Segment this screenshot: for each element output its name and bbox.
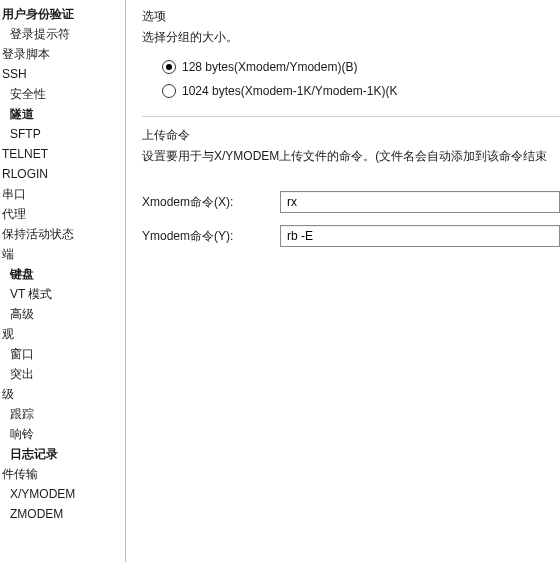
tree-item[interactable]: X/YMODEM — [2, 484, 123, 504]
tree-item[interactable]: VT 模式 — [2, 284, 123, 304]
radio-icon[interactable] — [162, 60, 176, 74]
xmodem-command-input[interactable] — [280, 191, 560, 213]
tree-item[interactable]: 隧道 — [2, 104, 123, 124]
tree-item[interactable]: 响铃 — [2, 424, 123, 444]
section-divider — [142, 116, 560, 117]
options-section-desc: 选择分组的大小。 — [142, 29, 560, 46]
radio-icon[interactable] — [162, 84, 176, 98]
radio-label: 1024 bytes(Xmodem-1K/Ymodem-1K)(K — [182, 84, 397, 98]
main-panel: 选项 选择分组的大小。 128 bytes(Xmodem/Ymodem)(B)1… — [126, 0, 560, 562]
tree-item[interactable]: 端 — [2, 244, 123, 264]
tree-item[interactable]: RLOGIN — [2, 164, 123, 184]
tree-item[interactable]: TELNET — [2, 144, 123, 164]
ymodem-command-label: Ymodem命令(Y): — [142, 228, 280, 245]
options-section-title: 选项 — [142, 8, 560, 25]
tree-item[interactable]: 串口 — [2, 184, 123, 204]
packet-size-radio[interactable]: 1024 bytes(Xmodem-1K/Ymodem-1K)(K — [162, 84, 560, 98]
tree-item[interactable]: 高级 — [2, 304, 123, 324]
tree-item[interactable]: 安全性 — [2, 84, 123, 104]
tree-item[interactable]: 级 — [2, 384, 123, 404]
tree-item[interactable]: 用户身份验证 — [2, 4, 123, 24]
tree-item[interactable]: 日志记录 — [2, 444, 123, 464]
packet-size-radio-group: 128 bytes(Xmodem/Ymodem)(B)1024 bytes(Xm… — [162, 60, 560, 98]
tree-item[interactable]: 登录脚本 — [2, 44, 123, 64]
tree-item[interactable]: SFTP — [2, 124, 123, 144]
xmodem-command-label: Xmodem命令(X): — [142, 194, 280, 211]
tree-item[interactable]: 窗口 — [2, 344, 123, 364]
upload-section-title: 上传命令 — [142, 127, 560, 144]
tree-item[interactable]: 跟踪 — [2, 404, 123, 424]
packet-size-radio[interactable]: 128 bytes(Xmodem/Ymodem)(B) — [162, 60, 560, 74]
tree-item[interactable]: 观 — [2, 324, 123, 344]
tree-item[interactable]: 保持活动状态 — [2, 224, 123, 244]
tree-item[interactable]: 键盘 — [2, 264, 123, 284]
radio-label: 128 bytes(Xmodem/Ymodem)(B) — [182, 60, 357, 74]
ymodem-command-input[interactable] — [280, 225, 560, 247]
tree-item[interactable]: ZMODEM — [2, 504, 123, 524]
tree-item[interactable]: 件传输 — [2, 464, 123, 484]
upload-section-desc: 设置要用于与X/YMODEM上传文件的命令。(文件名会自动添加到该命令结束 — [142, 148, 560, 165]
tree-item[interactable]: SSH — [2, 64, 123, 84]
settings-tree[interactable]: 用户身份验证登录提示符登录脚本SSH安全性隧道SFTPTELNETRLOGIN串… — [0, 0, 126, 562]
tree-item[interactable]: 登录提示符 — [2, 24, 123, 44]
tree-item[interactable]: 突出 — [2, 364, 123, 384]
tree-item[interactable]: 代理 — [2, 204, 123, 224]
